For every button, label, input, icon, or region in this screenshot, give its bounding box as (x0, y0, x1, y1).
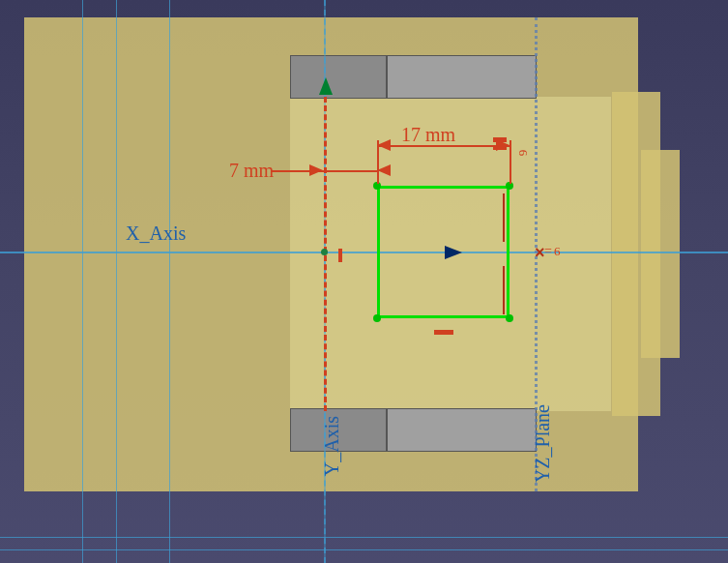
feature-block-top-left[interactable] (290, 55, 387, 99)
constraint-horizontal-1[interactable] (434, 330, 453, 335)
cross-mark-icon: × (535, 243, 545, 263)
constraint-arrow-v1 (503, 193, 505, 242)
construction-vline-3[interactable] (169, 0, 170, 563)
construction-vline-1[interactable] (82, 0, 83, 563)
construction-vline-2[interactable] (116, 0, 117, 563)
y-axis-label: Y_Axis (321, 416, 343, 476)
solid-body-step2[interactable] (641, 150, 680, 358)
dim-7mm-arrow2-icon (377, 164, 391, 176)
sketch-vertex-br[interactable] (506, 314, 513, 322)
sketch-rectangle[interactable] (377, 186, 510, 318)
small-val-center[interactable]: 6 (554, 244, 561, 259)
sketch-vertex-bl[interactable] (373, 314, 381, 322)
y-axis-arrow-icon (319, 77, 333, 95)
x-axis-label: X_Axis (126, 222, 186, 245)
dim-7mm-value[interactable]: 7 mm (229, 160, 274, 182)
constraint-eq-top[interactable] (493, 137, 507, 142)
constraint-equal-mark[interactable]: = (544, 244, 552, 259)
constraint-arrow-v2 (503, 266, 505, 314)
dim-7mm-arrow-icon (309, 164, 323, 176)
dim-arrow-left-icon (377, 139, 391, 151)
constraint-vertical-1[interactable] (338, 249, 342, 262)
construction-hline-2[interactable] (0, 549, 728, 550)
dim-17mm-value[interactable]: 17 mm (401, 124, 455, 146)
yz-plane-label: YZ_Plane (532, 404, 554, 483)
dim-17-ext2 (510, 140, 511, 184)
dim-7mm-line2 (324, 170, 377, 172)
x-axis[interactable] (0, 252, 728, 253)
small-val-top[interactable]: 6 (515, 150, 531, 157)
x-axis-arrow-icon (445, 246, 462, 259)
constraint-eq-top2[interactable] (493, 145, 507, 150)
cad-3d-viewport[interactable]: 17 mm 7 mm = 6 6 × X_Axis Y_Axis YZ_Plan… (0, 0, 728, 563)
origin-point[interactable] (321, 249, 328, 255)
feature-block-top-right[interactable] (387, 55, 537, 99)
dim-17-ext1 (377, 140, 379, 184)
feature-block-bottom-right[interactable] (387, 408, 537, 452)
construction-hline-1[interactable] (0, 537, 728, 538)
